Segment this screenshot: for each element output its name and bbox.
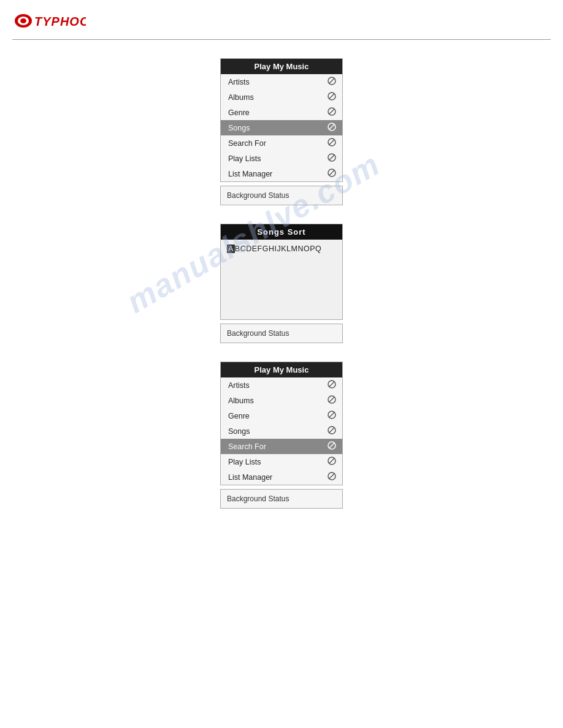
svg-line-11 — [329, 124, 334, 129]
menu-item-search-for[interactable]: Search For — [221, 439, 342, 454]
alphabet-row: ABCDEFGHIJKLMNOPQ — [227, 245, 336, 253]
menu-item-label: Songs — [228, 124, 250, 132]
svg-text:TYPHOON: TYPHOON — [34, 15, 86, 28]
menu-item-label: Genre — [228, 108, 250, 117]
menu-item-label: Albums — [228, 93, 254, 102]
svg-line-29 — [329, 458, 334, 463]
menu-header-1: Play My Music — [221, 59, 342, 74]
menu-item-label: Artists — [228, 381, 250, 390]
menu-item-label: Albums — [228, 396, 254, 405]
svg-line-19 — [329, 382, 334, 387]
menu-item-albums[interactable]: Albums — [221, 393, 342, 408]
menu-item-icon — [327, 138, 336, 148]
status-box-1: Background Status — [220, 186, 343, 205]
status-label-1: Background Status — [227, 191, 289, 200]
status-box-3: Background Status — [220, 489, 343, 509]
menu-item-songs[interactable]: Songs — [221, 423, 342, 439]
status-box-2: Background Status — [220, 324, 343, 343]
svg-line-17 — [329, 170, 334, 175]
highlighted-letter: A — [227, 245, 235, 253]
menu-item-artists[interactable]: Artists — [221, 377, 342, 393]
menu-item-label: Search For — [228, 442, 266, 451]
menu-item-icon — [327, 411, 336, 421]
menu-item-icon — [327, 107, 336, 118]
menu-item-label: Play Lists — [228, 154, 261, 163]
svg-line-9 — [329, 109, 334, 114]
menu-item-search-for[interactable]: Search For — [221, 135, 342, 151]
menu-box-3: Play My Music ArtistsAlbumsGenreSongsSea… — [220, 362, 343, 485]
menu-item-label: Play Lists — [228, 458, 261, 466]
menu-item-list-manager[interactable]: List Manager — [221, 166, 342, 181]
menu-item-icon — [327, 457, 336, 467]
menu-item-icon — [327, 169, 336, 179]
status-label-3: Background Status — [227, 495, 289, 503]
menu-item-label: Genre — [228, 412, 250, 420]
status-label-2: Background Status — [227, 329, 289, 338]
logo-area: TYPHOON — [12, 9, 86, 33]
menu-item-artists[interactable]: Artists — [221, 74, 342, 89]
menu-header-3: Play My Music — [221, 362, 342, 377]
svg-line-25 — [329, 428, 334, 433]
menu-item-icon — [327, 395, 336, 406]
menu-item-icon — [327, 77, 336, 87]
menu-item-genre[interactable]: Genre — [221, 105, 342, 120]
menu-item-label: List Manager — [228, 170, 272, 178]
svg-line-21 — [329, 397, 334, 402]
menu-item-icon — [327, 153, 336, 164]
svg-line-13 — [329, 140, 334, 145]
svg-line-31 — [329, 474, 334, 479]
panel3-items: ArtistsAlbumsGenreSongsSearch ForPlay Li… — [221, 377, 342, 485]
menu-item-icon — [327, 123, 336, 133]
svg-line-23 — [329, 412, 334, 417]
menu-item-label: List Manager — [228, 473, 272, 482]
header: TYPHOON — [0, 0, 563, 33]
svg-line-15 — [329, 155, 334, 160]
menu-item-icon — [327, 441, 336, 452]
panel2: Songs Sort ABCDEFGHIJKLMNOPQ Background … — [220, 224, 343, 343]
svg-line-27 — [329, 443, 334, 448]
menu-item-label: Artists — [228, 78, 250, 86]
menu-item-icon — [327, 472, 336, 482]
menu-item-icon — [327, 380, 336, 390]
typhoon-logo: TYPHOON — [12, 9, 86, 33]
menu-item-label: Search For — [228, 139, 266, 148]
panel1-items: ArtistsAlbumsGenreSongsSearch ForPlay Li… — [221, 74, 342, 181]
svg-line-7 — [329, 94, 334, 99]
menu-item-icon — [327, 426, 336, 436]
menu-item-play-lists[interactable]: Play Lists — [221, 454, 342, 469]
menu-box-1: Play My Music ArtistsAlbumsGenreSongsSea… — [220, 58, 343, 182]
svg-line-5 — [329, 78, 334, 83]
panel3: Play My Music ArtistsAlbumsGenreSongsSea… — [220, 362, 343, 509]
menu-item-icon — [327, 92, 336, 102]
songs-sort-header: Songs Sort — [221, 224, 342, 240]
menu-item-list-manager[interactable]: List Manager — [221, 469, 342, 485]
menu-item-label: Songs — [228, 427, 250, 436]
menu-item-genre[interactable]: Genre — [221, 408, 342, 423]
songs-sort-body: ABCDEFGHIJKLMNOPQ — [221, 240, 342, 319]
menu-item-songs[interactable]: Songs — [221, 120, 342, 135]
menu-item-play-lists[interactable]: Play Lists — [221, 151, 342, 166]
songs-sort-box: Songs Sort ABCDEFGHIJKLMNOPQ — [220, 224, 343, 320]
menu-item-albums[interactable]: Albums — [221, 89, 342, 105]
svg-point-2 — [20, 18, 26, 23]
panel1: Play My Music ArtistsAlbumsGenreSongsSea… — [220, 58, 343, 205]
